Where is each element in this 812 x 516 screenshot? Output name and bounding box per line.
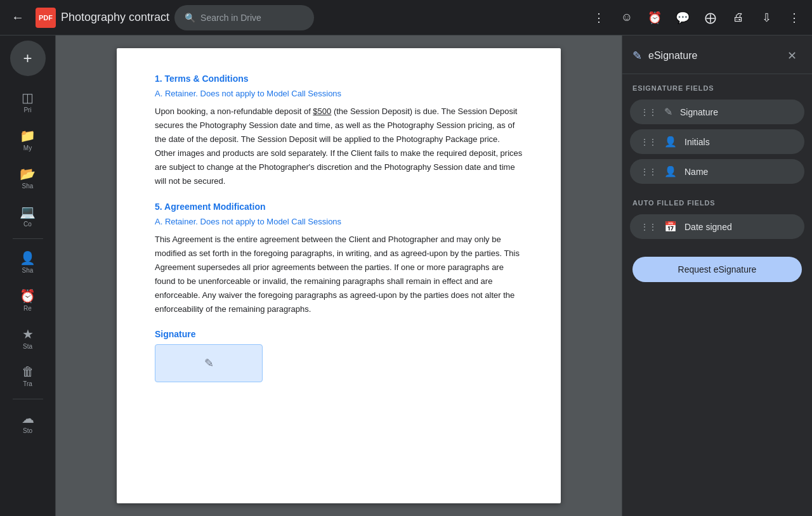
section1-paragraph: Upon booking, a non-refundable deposit o… xyxy=(155,105,523,189)
pen-field-icon: ✎ xyxy=(664,106,672,118)
comment-button[interactable]: 💬 xyxy=(670,5,695,30)
sidebar-divider xyxy=(13,238,43,239)
add-page-button[interactable]: ⨁ xyxy=(698,5,723,30)
people-icon: 👤 xyxy=(20,250,36,266)
download-button[interactable]: ⇩ xyxy=(754,5,779,30)
plus-icon: + xyxy=(23,49,32,67)
print-button[interactable]: 🖨 xyxy=(726,5,751,30)
folder-icon: 📁 xyxy=(20,128,36,143)
signature-label: Signature xyxy=(155,329,523,339)
esig-title: eSignature xyxy=(648,50,697,61)
initials-field-label: Initials xyxy=(684,137,710,147)
document-area[interactable]: 1. Terms & Conditions A. Retainer. Does … xyxy=(56,35,622,516)
esig-fields-label: ESIGNATURE FIELDS xyxy=(622,74,812,97)
drag-icon-date: ⋮⋮ xyxy=(640,222,657,232)
back-button[interactable]: ← xyxy=(5,5,30,30)
calendar-icon: 📅 xyxy=(664,221,677,233)
main-content: + ◫ Pri 📁 My 📂 Sha 💻 Co 👤 Sha ⏰ Re ★ xyxy=(0,35,812,516)
pen-icon: ✎ xyxy=(204,356,214,370)
sidebar-item-recent[interactable]: ⏰ Re xyxy=(5,282,51,318)
sidebar-item-pri[interactable]: ◫ Pri xyxy=(5,84,51,119)
more-button[interactable]: ⋮ xyxy=(782,5,807,30)
name-field-label: Name xyxy=(684,167,708,177)
shared-folder-icon: 📂 xyxy=(20,166,36,181)
person-field-icon-initials: 👤 xyxy=(664,136,677,148)
section2-title: 5. Agreement Modification xyxy=(155,202,523,212)
sidebar-divider-2 xyxy=(13,399,43,399)
drag-icon-initials: ⋮⋮ xyxy=(640,137,657,147)
left-sidebar: + ◫ Pri 📁 My 📂 Sha 💻 Co 👤 Sha ⏰ Re ★ xyxy=(0,35,56,516)
request-esignature-button[interactable]: Request eSignature xyxy=(632,257,802,282)
sidebar-item-starred[interactable]: ★ Sta xyxy=(5,320,51,356)
sidebar-item-trash[interactable]: 🗑 Tra xyxy=(5,358,51,394)
sidebar-item-new[interactable]: + xyxy=(10,41,46,76)
esig-pen-icon: ✎ xyxy=(632,49,642,63)
recent-icon: ⏰ xyxy=(20,288,36,304)
search-bar[interactable]: 🔍 Search in Drive xyxy=(174,5,314,30)
sidebar-item-my[interactable]: 📁 My xyxy=(5,122,51,157)
tune-button[interactable]: ⋮ xyxy=(586,5,612,30)
document-title: Photography contract xyxy=(61,11,169,24)
star-icon: ★ xyxy=(22,326,34,342)
topbar-left: ← PDF Photography contract 🔍 Search in D… xyxy=(5,5,581,30)
pdf-icon: PDF xyxy=(36,8,56,28)
signature-field-label: Signature xyxy=(680,107,718,117)
emoji-button[interactable]: ☺ xyxy=(614,5,639,30)
sidebar-item-storage[interactable]: ☁ Sto xyxy=(5,404,51,440)
esig-field-date-signed[interactable]: ⋮⋮ 📅 Date signed xyxy=(630,214,804,239)
auto-filled-section: AUTO FILLED FIELDS ⋮⋮ 📅 Date signed xyxy=(622,189,812,242)
sidebar-item-share[interactable]: 👤 Sha xyxy=(5,244,51,280)
section2-subtitle: A. Retainer. Does not apply to Model Cal… xyxy=(155,217,523,226)
section1-subtitle: A. Retainer. Does not apply to Model Cal… xyxy=(155,89,523,98)
clock-button[interactable]: ⏰ xyxy=(642,5,667,30)
topbar-right: ⋮ ☺ ⏰ 💬 ⨁ 🖨 ⇩ ⋮ xyxy=(586,5,807,30)
cloud-icon: ☁ xyxy=(22,411,34,426)
computer-icon: 💻 xyxy=(20,204,36,219)
topbar: ← PDF Photography contract 🔍 Search in D… xyxy=(0,0,812,35)
signature-section: Signature ✎ xyxy=(155,329,523,382)
trash-icon: 🗑 xyxy=(22,364,34,379)
sidebar-item-sha[interactable]: 📂 Sha xyxy=(5,160,51,195)
sidebar-item-co[interactable]: 💻 Co xyxy=(5,198,51,233)
esig-field-initials[interactable]: ⋮⋮ 👤 Initials xyxy=(630,129,804,154)
search-icon: 🔍 xyxy=(185,13,195,23)
grid-icon: ◫ xyxy=(22,90,34,105)
document-page: 1. Terms & Conditions A. Retainer. Does … xyxy=(117,48,561,503)
esig-close-button[interactable]: ✕ xyxy=(782,46,802,66)
person-field-icon-name: 👤 xyxy=(664,165,677,177)
signature-box[interactable]: ✎ xyxy=(155,344,263,382)
drag-icon-name: ⋮⋮ xyxy=(640,167,657,177)
auto-fields-label: AUTO FILLED FIELDS xyxy=(622,189,812,212)
esig-field-signature[interactable]: ⋮⋮ ✎ Signature xyxy=(630,100,804,124)
section1-title: 1. Terms & Conditions xyxy=(155,74,523,84)
esig-header: ✎ eSignature ✕ xyxy=(622,35,812,74)
esig-header-left: ✎ eSignature xyxy=(632,49,697,63)
esignature-panel: ✎ eSignature ✕ ESIGNATURE FIELDS ⋮⋮ ✎ Si… xyxy=(622,35,812,516)
esig-field-name[interactable]: ⋮⋮ 👤 Name xyxy=(630,159,804,184)
date-signed-label: Date signed xyxy=(684,222,732,232)
drag-icon-signature: ⋮⋮ xyxy=(640,107,657,117)
section2-paragraph: This Agreement is the entire agreement b… xyxy=(155,233,523,317)
